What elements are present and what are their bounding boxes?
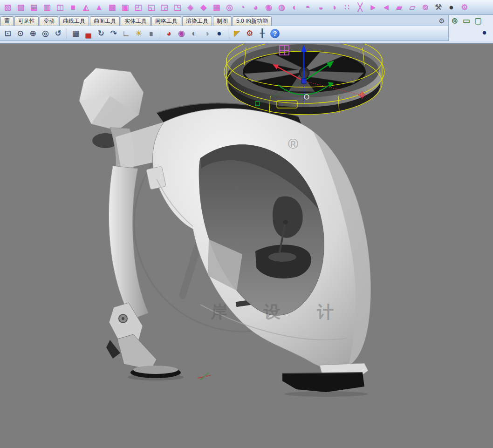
gumball-center-handle[interactable] xyxy=(301,79,306,83)
box-icon[interactable]: ▧ xyxy=(2,1,14,13)
pie-icon[interactable]: ◔ xyxy=(237,1,248,13)
bar-icon[interactable]: ▰ xyxy=(393,1,405,13)
toolbar-separator xyxy=(228,28,228,39)
tab-settings[interactable]: 置 xyxy=(0,16,14,26)
right-toolbar-panel: ⊚▭▢ ● xyxy=(448,15,493,41)
zoom-extents-icon[interactable]: ⊕ xyxy=(27,27,39,39)
chart-box-icon[interactable]: ◱ xyxy=(145,1,157,13)
tab-transform[interactable]: 变动 xyxy=(40,16,58,26)
grid-icon[interactable]: ▦ xyxy=(211,1,222,13)
lamp-icon[interactable]: ☀ xyxy=(133,27,144,39)
cross-icon[interactable]: ╳ xyxy=(354,1,366,13)
main-toolbar: ▧▨▤▥◫■◭▲▩▣◰◱◲◳◈◆▦◎◔◕◉◍◐◓◒◑∷╳►◄▰▱⊚⚒●⚙ xyxy=(0,0,493,15)
dots-icon[interactable]: ∷ xyxy=(341,1,353,13)
viewport-layout-icon[interactable]: ▦ xyxy=(70,27,82,39)
globe-icon[interactable]: ⊚ xyxy=(419,1,431,13)
bowl-icon[interactable]: ◒ xyxy=(315,1,327,13)
undo-view-icon[interactable]: ↺ xyxy=(52,27,64,39)
solid-box-icon[interactable]: ■ xyxy=(67,1,79,13)
zoom-window-icon[interactable]: ⊙ xyxy=(14,27,26,39)
pyramid-icon[interactable]: ◭ xyxy=(80,1,92,13)
quarter-icon[interactable]: ◕ xyxy=(250,1,261,13)
axe-icon[interactable]: ⚒ xyxy=(432,1,444,13)
orbit-view-icon[interactable]: ↷ xyxy=(108,27,119,39)
tab-options-gear-icon[interactable]: ⚙ xyxy=(437,16,446,26)
color-wheel-icon[interactable]: ◉ xyxy=(176,27,187,39)
cone-icon[interactable]: ▲ xyxy=(93,1,105,13)
ground-axis-marker xyxy=(198,373,211,380)
tab-drafting[interactable]: 制图 xyxy=(213,16,232,26)
right-toolbar-row-bottom: ● xyxy=(449,27,493,38)
vehicle-model[interactable] xyxy=(79,68,370,397)
material-sphere-icon[interactable]: ● xyxy=(479,27,490,38)
viewport[interactable] xyxy=(0,44,493,448)
view-toolbar: ⊡⊙⊕◎↺▦▄↻↷∟☀∎◕◉◐◑●◤⚙╂? xyxy=(0,26,493,41)
new-window-icon[interactable]: ▢ xyxy=(472,15,484,27)
tab-mesh-tools[interactable]: 网格工具 xyxy=(151,16,181,26)
layers-icon[interactable]: ▤ xyxy=(28,1,40,13)
gem-icon[interactable]: ◆ xyxy=(198,1,209,13)
tab-render-tools[interactable]: 渲染工具 xyxy=(182,16,212,26)
tab-v5-features[interactable]: 5.0 的新功能 xyxy=(233,16,272,26)
diamond-box-icon[interactable]: ◈ xyxy=(185,1,196,13)
render-pie-icon[interactable]: ◕ xyxy=(163,27,175,39)
ghosted-view-icon[interactable]: ◑ xyxy=(201,27,212,39)
shaded-view-icon[interactable]: ◐ xyxy=(188,27,200,39)
tab-surface-tools[interactable]: 曲面工具 xyxy=(90,16,120,26)
toolbar-separator xyxy=(160,28,160,39)
slab-icon[interactable]: ◲ xyxy=(158,1,170,13)
slant-icon[interactable]: ▱ xyxy=(406,1,418,13)
rendered-view-icon[interactable]: ● xyxy=(213,27,225,39)
help-icon[interactable]: ? xyxy=(270,29,280,38)
tab-visibility[interactable]: 可见性 xyxy=(14,16,39,26)
card-icon[interactable]: ◳ xyxy=(171,1,183,13)
toolbar-separator xyxy=(67,28,67,39)
rear-skid[interactable] xyxy=(282,363,368,397)
handlebar-block[interactable] xyxy=(79,68,164,172)
car-icon[interactable]: ▄ xyxy=(82,27,94,39)
right-arrow-icon[interactable]: ► xyxy=(367,1,379,13)
target-icon[interactable]: ◎ xyxy=(224,1,235,13)
move-view-icon[interactable]: ╂ xyxy=(256,27,268,39)
split-box-icon[interactable]: ◫ xyxy=(54,1,66,13)
left-arrow-icon[interactable]: ◄ xyxy=(380,1,392,13)
tab-solid-tools[interactable]: 实体工具 xyxy=(121,16,151,26)
zoom-dashed-window-icon[interactable]: ⊡ xyxy=(2,27,14,39)
viewport-canvas[interactable] xyxy=(0,44,493,448)
gear-icon[interactable]: ⚙ xyxy=(459,1,470,13)
dome-icon[interactable]: ◓ xyxy=(302,1,314,13)
tab-curve-tools[interactable]: 曲线工具 xyxy=(59,16,89,26)
options-gear-icon[interactable]: ⚙ xyxy=(244,27,255,39)
hatch-grid-icon[interactable]: ▩ xyxy=(106,1,118,13)
wheel-icon[interactable]: ◉ xyxy=(263,1,274,13)
lock-icon[interactable]: ∎ xyxy=(145,27,157,39)
toolbar-tab-bar: 置可见性变动曲线工具曲面工具实体工具网格工具渲染工具制图5.0 的新功能 xyxy=(0,15,493,26)
cplane-axis-icon[interactable]: ∟ xyxy=(120,27,132,39)
ring-icon[interactable]: ◍ xyxy=(276,1,288,13)
open-folder-icon[interactable]: ▭ xyxy=(460,15,472,27)
dark-sphere-icon[interactable]: ● xyxy=(445,1,457,13)
sheet-icon[interactable]: ▨ xyxy=(15,1,27,13)
half-sphere-icon[interactable]: ◐ xyxy=(289,1,301,13)
web-browser-icon[interactable]: ⊚ xyxy=(449,15,460,27)
annotate-flag-icon[interactable]: ◤ xyxy=(231,27,243,39)
moon-icon[interactable]: ◑ xyxy=(328,1,340,13)
corner-widget-icon[interactable]: ◰ xyxy=(132,1,144,13)
zoom-selected-icon[interactable]: ◎ xyxy=(40,27,51,39)
right-toolbar-row-top: ⊚▭▢ xyxy=(449,15,493,27)
rotate-view-icon[interactable]: ↻ xyxy=(95,27,107,39)
frame-icon[interactable]: ▣ xyxy=(119,1,131,13)
panel-icon[interactable]: ▥ xyxy=(41,1,53,13)
